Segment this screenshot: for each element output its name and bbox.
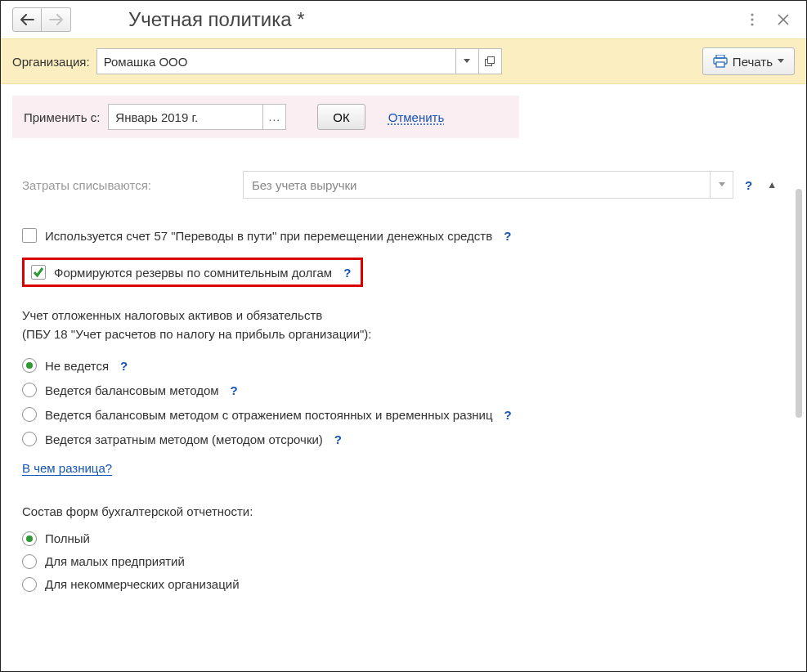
organization-toolbar: Организация: Печать [1,38,806,84]
reserves-label: Формируются резервы по сомнительным долг… [54,266,332,280]
tax-radio-0[interactable] [22,358,37,373]
tax-option-3: Ведется затратным методом (методом отсро… [22,432,785,446]
tax-radio-1-help[interactable]: ? [227,383,241,397]
expenses-select: Без учета выручки [243,171,733,199]
tax-radio-2-help[interactable]: ? [501,408,515,422]
organization-open-button[interactable] [479,48,502,74]
print-label: Печать [733,55,773,69]
arrow-left-icon [20,14,34,25]
report-radio-1[interactable] [22,554,37,569]
open-external-icon [485,56,495,66]
tax-option-0: Не ведется ? [22,358,785,373]
report-radio-2[interactable] [22,577,37,592]
tax-heading-line1: Учет отложенных налоговых активов и обяз… [22,307,785,325]
printer-icon [713,55,728,68]
tax-radio-3-help[interactable]: ? [331,432,345,446]
svg-rect-4 [488,57,495,64]
account57-help[interactable]: ? [500,229,514,243]
chevron-down-icon [719,182,725,187]
expenses-help[interactable]: ? [742,178,755,192]
more-menu-button[interactable] [741,8,764,31]
reserves-checkbox[interactable] [31,265,46,280]
svg-point-2 [751,23,753,25]
tax-radio-1[interactable] [22,383,37,397]
cancel-link[interactable]: Отменить [388,110,445,124]
expenses-label: Затраты списываются: [22,178,235,192]
window-title: Учетная политика * [79,8,733,31]
tax-radio-group: Не ведется ? Ведется балансовым методом … [22,358,785,446]
forward-button[interactable] [42,7,71,32]
organization-input[interactable] [96,48,456,74]
nav-group [12,7,71,32]
tax-radio-3-label: Ведется затратным методом (методом отсро… [45,432,323,446]
tax-block: Учет отложенных налоговых активов и обяз… [22,307,785,343]
organization-label: Организация: [12,55,90,69]
apply-date-picker-button[interactable]: ... [263,104,286,130]
tax-option-1: Ведется балансовым методом ? [22,383,785,397]
svg-point-0 [751,13,753,16]
account57-label: Используется счет 57 "Переводы в пути" п… [45,229,492,243]
svg-point-1 [751,18,753,20]
apply-bar: Применить с: ... ОК Отменить [12,96,519,138]
window-root: Учетная политика * Организация: Печать П… [0,0,807,672]
apply-label: Применить с: [24,110,100,124]
tax-radio-0-label: Не ведется [45,359,109,373]
report-radio-1-label: Для малых предприятий [45,554,185,568]
report-option-1: Для малых предприятий [22,554,785,569]
report-forms-label: Состав форм бухгалтерской отчетности: [22,503,785,522]
reserves-help[interactable]: ? [340,266,354,280]
report-forms-group: Полный Для малых предприятий Для некомме… [22,531,785,592]
vertical-scrollbar[interactable] [795,189,803,663]
close-icon [778,14,789,25]
tax-heading-line2: (ПБУ 18 "Учет расчетов по налогу на приб… [22,325,785,344]
report-option-2: Для некоммерческих организаций [22,577,785,592]
report-radio-2-label: Для некоммерческих организаций [45,577,240,591]
arrow-right-icon [49,14,64,25]
form-content: Затраты списываются: Без учета выручки ?… [1,138,806,671]
organization-field [96,48,502,74]
account57-row: Используется счет 57 "Переводы в пути" п… [22,228,785,243]
print-button[interactable]: Печать [702,47,795,75]
report-radio-0-label: Полный [45,531,90,545]
close-button[interactable] [772,8,795,31]
tax-radio-2-label: Ведется балансовым методом с отражением … [45,408,493,422]
section-collapse-button[interactable]: ▲ [764,179,780,190]
expenses-value[interactable]: Без учета выручки [243,171,711,199]
report-radio-0[interactable] [22,531,37,546]
chevron-down-icon [464,59,470,64]
ok-button[interactable]: ОК [317,104,365,130]
tax-radio-3[interactable] [22,432,37,446]
scroll-thumb[interactable] [796,189,802,418]
account57-checkbox[interactable] [22,228,37,243]
chevron-down-icon [778,59,784,64]
organization-dropdown-button[interactable] [456,48,479,74]
title-bar: Учетная политика * [1,1,806,38]
tax-radio-1-label: Ведется балансовым методом [45,383,219,397]
expenses-row: Затраты списываются: Без учета выручки ?… [22,171,785,199]
apply-date-input[interactable] [108,104,263,130]
apply-date-field: ... [108,104,286,130]
reserves-highlight: Формируются резервы по сомнительным долг… [22,258,363,287]
back-button[interactable] [12,7,42,32]
tax-radio-0-help[interactable]: ? [117,359,131,373]
difference-link[interactable]: В чем разница? [22,461,112,475]
kebab-icon [751,13,754,26]
tax-radio-2[interactable] [22,407,37,422]
svg-rect-7 [716,62,724,67]
tax-option-2: Ведется балансовым методом с отражением … [22,407,785,422]
checkmark-icon [33,267,44,278]
report-option-0: Полный [22,531,785,546]
expenses-dropdown-button[interactable] [711,171,733,199]
